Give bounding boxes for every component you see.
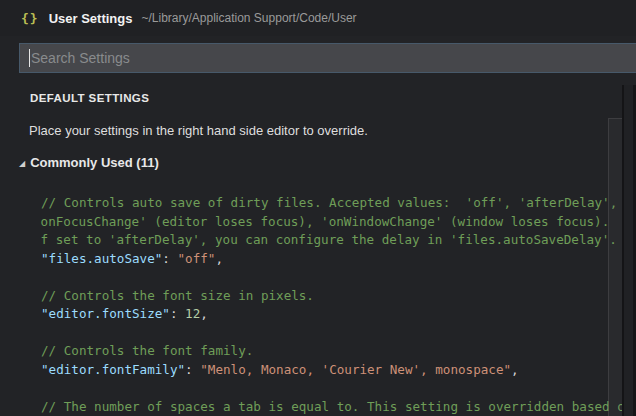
code-line: // Controls the font family. [41,342,623,361]
code-token-punct: : [170,306,185,321]
code-token-comment: 'onFocusChange' (editor loses focus), 'o… [41,214,609,229]
code-token-key: "editor.fontFamily" [41,362,185,377]
settings-editor-area: DEFAULT SETTINGS Place your settings in … [0,85,636,416]
code-line: "editor.fontFamily": "Menlo, Monaco, 'Co… [41,361,623,380]
code-token-number: 12 [185,306,200,321]
code-token-comment: If set to 'afterDelay', you can configur… [41,232,617,247]
code-token-key: "files.autoSave" [41,251,162,266]
code-token-punct: , [200,306,208,321]
settings-editor: { "header": { "icon_glyph": "{}", "title… [0,0,636,416]
code-line: // Controls auto save of dirty files. Ac… [41,194,623,213]
code-token-comment: // Controls the font size in pixels. [41,288,314,303]
json-file-icon: {} [21,11,39,26]
override-hint-text: Place your settings in the right hand si… [29,123,368,138]
editor-title: User Settings [49,11,133,26]
user-settings-pane [624,85,636,416]
code-token-key: "editor.fontSize" [41,306,170,321]
code-token-punct: : [185,362,200,377]
code-line: // The number of spaces a tab is equal t… [41,398,623,416]
editor-file-path: ~/Library/Application Support/Code/User [141,11,356,25]
code-block[interactable]: // Controls auto save of dirty files. Ac… [41,194,623,416]
code-token-comment: // The number of spaces a tab is equal t… [41,399,623,414]
group-commonly-used[interactable]: ◢ Commonly Used (11) [19,155,159,170]
vertical-scrollbar-slider[interactable] [608,118,623,416]
default-settings-heading: DEFAULT SETTINGS [30,92,149,104]
code-line: If set to 'afterDelay', you can configur… [41,231,623,250]
code-token-string: "Menlo, Monaco, 'Courier New', monospace… [200,362,511,377]
text-caret [29,49,30,67]
group-commonly-used-label: Commonly Used (11) [30,155,159,170]
code-token-punct: , [215,251,223,266]
default-settings-pane: DEFAULT SETTINGS Place your settings in … [0,85,623,416]
collapse-twisty-icon[interactable]: ◢ [19,159,25,168]
code-token-punct: , [511,362,519,377]
search-settings-bar [0,36,636,85]
code-line: 'onFocusChange' (editor loses focus), 'o… [41,213,623,232]
code-token-comment: // Controls auto save of dirty files. Ac… [41,195,617,210]
code-token-comment: // Controls the font family. [41,343,253,358]
code-line [41,268,623,287]
code-line: "editor.fontSize": 12, [41,305,623,324]
search-settings-input[interactable] [19,43,636,73]
code-line: "files.autoSave": "off", [41,250,623,269]
code-line [41,379,623,398]
code-token-string: "off" [178,251,216,266]
code-line [41,324,623,343]
code-token-punct: : [162,251,177,266]
code-line: // Controls the font size in pixels. [41,287,623,306]
editor-title-bar: {} User Settings ~/Library/Application S… [0,0,636,36]
